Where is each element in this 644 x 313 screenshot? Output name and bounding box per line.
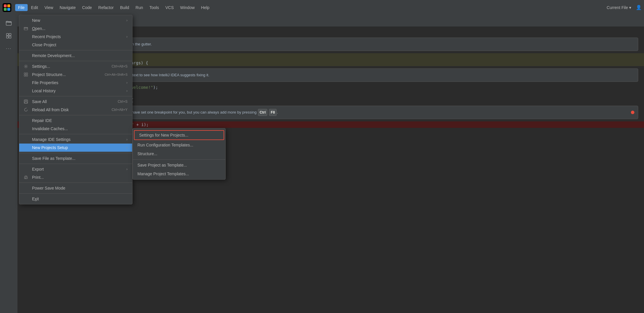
recent-projects-arrow: › [126,35,128,39]
close-project-label: Close Project [32,43,56,47]
submenu-settings-new-projects[interactable]: Settings for New Projects... [134,130,224,140]
separator-7 [19,164,132,164]
save-all-icon [24,100,30,104]
repair-ide-label: Repair IDE [32,118,52,123]
svg-rect-15 [26,75,28,76]
menu-refactor[interactable]: Refactor [95,4,117,11]
app-logo [2,3,12,12]
svg-rect-18 [25,102,27,103]
current-file-label[interactable]: Current File ▾ [607,5,631,10]
export-label: Export [32,167,44,171]
svg-rect-3 [4,8,7,11]
submenu-run-config-templates[interactable]: Run Configuration Templates... [133,141,225,149]
export-arrow: › [126,167,128,171]
file-menu: New › Open... Recent Projects › Close Pr… [19,15,132,204]
settings-icon [24,64,30,68]
user-icon[interactable]: 👤 [636,5,642,10]
sidebar-folder-btn[interactable] [3,17,15,29]
svg-rect-6 [6,33,8,36]
svg-rect-1 [4,4,7,7]
menu-item-project-structure[interactable]: Project Structure... Ctrl+Alt+Shift+S [19,70,132,79]
local-history-arrow: › [126,89,128,93]
menu-item-exit[interactable]: Exit [19,195,132,203]
separator-1 [19,50,132,50]
menu-item-new[interactable]: New › [19,16,132,24]
new-arrow: › [126,18,128,22]
file-properties-label: File Properties [32,80,58,85]
menu-item-print[interactable]: Print... [19,173,132,181]
svg-rect-21 [25,178,26,178]
svg-rect-9 [9,36,11,38]
project-structure-icon [24,72,30,77]
print-icon [24,175,30,179]
separator-5 [19,134,132,134]
menu-tools[interactable]: Tools [146,4,162,11]
recent-projects-label: Recent Projects [32,34,61,39]
menu-item-manage-ide[interactable]: Manage IDE Settings › [19,135,132,144]
menu-edit[interactable]: Edit [28,4,41,11]
current-file-chevron: ▾ [629,5,631,10]
submenu-save-project-template[interactable]: Save Project as Template... [133,161,225,169]
menu-item-power-save[interactable]: Power Save Mode [19,184,132,192]
print-label: Print... [32,175,44,180]
svg-rect-8 [6,36,8,38]
svg-point-11 [25,66,26,67]
menu-item-invalidate-caches[interactable]: Invalidate Caches... [19,125,132,133]
menu-bar: File Edit View Navigate Code Refactor Bu… [0,0,644,15]
menu-item-file-properties[interactable]: File Properties › [19,79,132,87]
menu-file[interactable]: File [15,4,28,11]
svg-rect-12 [24,73,26,74]
open-label: Open... [32,26,45,31]
menu-build[interactable]: Build [117,4,132,11]
menu-window[interactable]: Window [177,4,198,11]
settings-new-projects-label: Settings for New Projects... [139,133,188,137]
submenu-structure[interactable]: Structure... [133,149,225,158]
menu-item-local-history[interactable]: Local History › [19,87,132,95]
menu-item-repair-ide[interactable]: Repair IDE [19,116,132,125]
project-structure-label: Project Structure... [32,72,66,77]
svg-rect-0 [3,3,11,12]
new-projects-submenu: Settings for New Projects... Run Configu… [132,128,226,180]
f8-key-badge: F8 [269,109,277,116]
menu-view[interactable]: View [42,4,56,11]
save-all-label: Save All [32,99,47,104]
separator-3 [19,96,132,96]
new-projects-setup-label: New Projects Setup [32,145,68,150]
menu-vcs[interactable]: VCS [162,4,177,11]
menu-item-reload-disk[interactable]: Reload All from Disk Ctrl+Alt+Y [19,106,132,114]
sidebar-more-btn[interactable]: ··· [3,43,15,54]
menu-run[interactable]: Run [133,4,146,11]
menu-code[interactable]: Code [79,4,95,11]
svg-rect-4 [7,8,10,11]
menu-item-settings[interactable]: Settings... Ctrl+Alt+S [19,62,132,70]
manage-ide-arrow: › [126,137,128,142]
menu-navigate[interactable]: Navigate [57,4,79,11]
menu-item-recent-projects[interactable]: Recent Projects › [19,33,132,41]
separator-4 [19,115,132,115]
menu-item-export[interactable]: Export › [19,165,132,173]
menu-item-remote-dev[interactable]: Remote Development... [19,52,132,60]
run-config-templates-label: Run Configuration Templates... [137,143,193,147]
remote-dev-label: Remote Development... [32,53,75,58]
menu-item-save-all[interactable]: Save All Ctrl+S [19,98,132,106]
svg-rect-14 [24,75,26,76]
sidebar-plugins-btn[interactable] [3,30,15,42]
manage-ide-label: Manage IDE Settings [32,137,70,142]
submenu-separator-1 [133,159,225,160]
menu-bar-right: Current File ▾ 👤 [607,5,642,10]
local-history-label: Local History [32,89,56,93]
separator-6 [19,153,132,153]
separator-2 [19,61,132,61]
submenu-manage-project-templates[interactable]: Manage Project Templates... [133,169,225,178]
menu-help[interactable]: Help [198,4,213,11]
menu-item-save-file-template[interactable]: Save File as Template... [19,154,132,162]
menu-item-close-project[interactable]: Close Project [19,41,132,49]
sidebar: ··· [0,15,17,313]
svg-rect-5 [6,22,11,25]
menu-item-new-projects-setup[interactable]: New Projects Setup › [19,144,132,152]
ctrl-key-badge: Ctrl [258,109,268,116]
manage-project-templates-label: Manage Project Templates... [137,171,189,176]
menu-item-open[interactable]: Open... [19,24,132,33]
open-folder-icon [24,26,30,31]
menu-items: File Edit View Navigate Code Refactor Bu… [15,4,212,11]
